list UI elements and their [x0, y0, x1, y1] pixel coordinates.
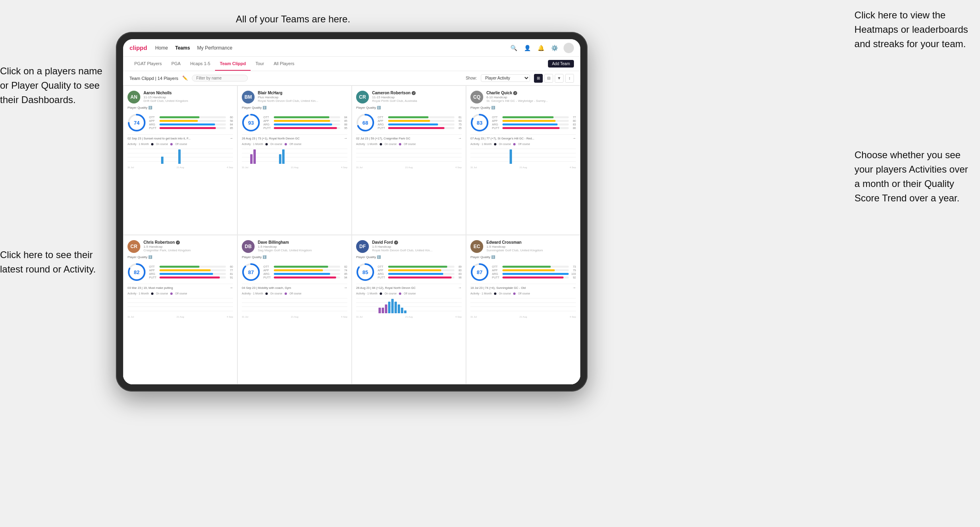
latest-round[interactable]: 02 Jul 23 | 59 (+17), Craigmillar Park G… — [356, 134, 462, 140]
tab-hcaps[interactable]: Hcaps 1-5 — [185, 57, 215, 71]
player-name[interactable]: Blair McHarg — [258, 91, 347, 95]
chart-bar — [404, 310, 406, 313]
legend-oncourse-text: On course — [156, 143, 168, 145]
player-card[interactable]: CR Cameron Robertson ✓ 11-15 Handicap Ro… — [352, 86, 466, 235]
quality-circle[interactable]: 85 — [356, 263, 374, 281]
bell-icon[interactable]: 🔔 — [536, 44, 545, 52]
player-name[interactable]: Chris Robertson ✓ — [143, 240, 233, 245]
chart-bar-empty — [504, 312, 506, 313]
show-select[interactable]: Player Activity Quality Score Trend — [481, 74, 530, 82]
list-view-button[interactable]: ⊟ — [544, 74, 553, 83]
player-card[interactable]: DB Dave Billingham 1-5 Handicap Sag Magi… — [237, 235, 352, 384]
latest-round[interactable]: 02 Sep 23 | Sunset round to get back int… — [127, 134, 233, 140]
player-name[interactable]: Charlie Quick ✓ — [486, 91, 576, 95]
latest-round-text: 04 Sep 23 | Mobility with coach, Gym — [242, 286, 291, 290]
player-name[interactable]: Aaron Nicholls — [143, 91, 233, 95]
player-info: David Ford ✓ 1-5 Handicap Royal North De… — [372, 240, 462, 252]
chart-bar-empty — [359, 163, 361, 164]
latest-round[interactable]: 04 Sep 23 | Mobility with coach, Gym → — [242, 284, 347, 290]
activity-header: Activity · 1 Month On course Off course — [127, 143, 233, 145]
quality-circle[interactable]: 74 — [127, 113, 146, 132]
quality-circle[interactable]: 93 — [242, 113, 260, 132]
stat-row: PUTT 94 — [263, 276, 347, 279]
chart-label-start: 31 Jul — [127, 166, 134, 169]
player-avatar: DB — [242, 240, 255, 253]
latest-round[interactable]: 07 Aug 23 | 77 (+7), St George's Hill GC… — [470, 134, 576, 140]
legend-oncourse-dot — [265, 143, 268, 145]
quality-score: 74 — [134, 120, 139, 126]
latest-round[interactable]: 26 Aug 23 | 73 (+1), Royal North Devon G… — [242, 134, 347, 140]
quality-circle[interactable]: 68 — [356, 113, 374, 132]
chart-bar-empty — [367, 312, 369, 313]
nav-home[interactable]: Home — [155, 44, 168, 52]
sort-view-button[interactable]: ↕ — [565, 74, 574, 83]
search-input[interactable] — [192, 75, 248, 82]
player-name[interactable]: Edward Crossman — [486, 240, 576, 245]
chart-bar-empty — [479, 312, 481, 313]
edit-icon[interactable]: ✏️ — [182, 76, 188, 81]
annotation-bottom-left: Click here to see their latest round or … — [0, 248, 112, 276]
quality-circle[interactable]: 82 — [127, 263, 146, 281]
stat-bar-container — [274, 273, 340, 275]
tab-pgat-players[interactable]: PGAT Players — [129, 57, 167, 71]
player-card[interactable]: CR Chris Robertson ✓ 1-5 Handicap Craigm… — [123, 235, 237, 384]
quality-circle[interactable]: 87 — [242, 263, 260, 281]
player-card[interactable]: AN Aaron Nicholls 11-15 Handicap Drift G… — [123, 86, 237, 235]
avatar[interactable] — [564, 43, 574, 53]
filter-bar: Team Clippd | 14 Players ✏️ Show: Player… — [123, 71, 580, 86]
player-card[interactable]: BM Blair McHarg Plus Handicap Royal Nort… — [237, 86, 352, 235]
latest-round-text: 03 Mar 23 | 19, Must make putting — [127, 286, 173, 290]
chart-area: 31 Jul 21 Aug 4 Sep — [356, 147, 462, 169]
tab-team-clippd[interactable]: Team Clippd — [215, 57, 251, 71]
stat-bar-container — [388, 116, 454, 118]
quality-label: Player Quality ℹ️ — [470, 106, 576, 109]
chart-bar-empty — [470, 163, 472, 164]
chart-bar-empty — [273, 163, 275, 164]
latest-round[interactable]: 26 Aug 23 | 84 (+12), Royal North Devon … — [356, 284, 462, 290]
tab-all-players[interactable]: All Players — [269, 57, 299, 71]
player-card[interactable]: CQ Charlie Quick ✓ 6-10 Handicap St. Geo… — [466, 86, 580, 235]
nav-logo[interactable]: clippd — [129, 44, 147, 51]
nav-performance[interactable]: My Performance — [197, 44, 232, 52]
stat-value: 80 — [570, 119, 576, 122]
latest-round[interactable]: 18 Jul 23 | 74 (+4), Sunningdale GC - Ol… — [470, 284, 576, 290]
player-name[interactable]: Cameron Robertson ✓ — [372, 91, 462, 95]
player-card[interactable]: DF David Ford ✓ 1-5 Handicap Royal North… — [352, 235, 466, 384]
grid-view-button[interactable]: ⊞ — [534, 74, 543, 83]
person-icon[interactable]: 👤 — [523, 44, 532, 52]
chart-bar-empty — [507, 163, 509, 164]
stat-value: 86 — [570, 127, 576, 129]
stat-row: ARG 85 — [263, 272, 347, 275]
tab-pga[interactable]: PGA — [167, 57, 185, 71]
nav-teams[interactable]: Teams — [175, 44, 190, 52]
settings-icon[interactable]: ⚙️ — [550, 44, 559, 52]
add-team-button[interactable]: Add Team — [548, 60, 574, 68]
quality-score: 83 — [477, 120, 482, 126]
filter-view-button[interactable]: ▼ — [555, 74, 564, 83]
chart-bar-empty — [275, 312, 277, 313]
player-name[interactable]: David Ford ✓ — [372, 240, 462, 245]
tab-tour[interactable]: Tour — [251, 57, 269, 71]
player-club: Sunningdale Golf Club, United Kingdom — [486, 249, 576, 252]
latest-round[interactable]: 03 Mar 23 | 19, Must make putting → — [127, 284, 233, 290]
chart-bar-empty — [501, 312, 503, 313]
chart-bar-empty — [395, 163, 397, 164]
quality-circle[interactable]: 83 — [470, 113, 489, 132]
legend-offcourse-text: Off course — [518, 143, 530, 145]
quality-score: 82 — [134, 269, 139, 275]
verified-badge: ✓ — [394, 241, 398, 245]
activity-legend: On course Off course — [151, 143, 187, 145]
quality-circle[interactable]: 87 — [470, 263, 489, 281]
chart-bar-empty — [153, 163, 155, 164]
chart-labels: 31 Jul 21 Aug 4 Sep — [356, 166, 462, 169]
player-card[interactable]: EC Edward Crossman 1-5 Handicap Sunningd… — [466, 235, 580, 384]
stat-bar-container — [274, 120, 340, 122]
chart-bar-empty — [297, 163, 299, 164]
search-icon[interactable]: 🔍 — [509, 44, 518, 52]
chart-bar-empty — [264, 312, 266, 313]
chart-bar-empty — [178, 312, 180, 313]
chart-bars — [470, 296, 576, 313]
stat-bar-container — [388, 276, 454, 278]
player-name[interactable]: Dave Billingham — [258, 240, 347, 245]
stat-row: PUTT 85 — [149, 127, 233, 129]
